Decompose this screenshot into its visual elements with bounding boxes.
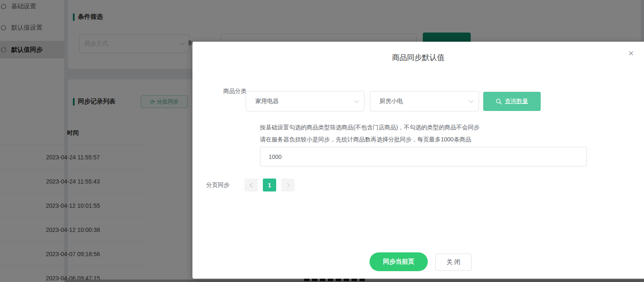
pagination: 1 [245,179,295,191]
chevron-left-icon [250,183,254,187]
category-primary-value: 家用电器 [255,98,279,105]
category-primary-select[interactable]: 家用电器 [246,91,364,111]
category-secondary-select[interactable]: 厨房小电 [370,91,479,111]
chevron-right-icon [285,183,290,187]
category-label: 商品分类 [223,88,247,95]
paging-sync-label: 分页同步 [206,181,230,189]
pagination-next-button[interactable] [281,179,295,191]
query-count-button[interactable]: 查询数量 [483,92,541,111]
search-icon [496,98,502,105]
chevron-down-icon [354,98,359,103]
pagination-page-1[interactable]: 1 [263,179,276,191]
category-secondary-value: 厨房小电 [379,98,403,105]
sync-current-page-button[interactable]: 同步当前页 [369,252,428,271]
pagination-current-page: 1 [268,182,271,189]
modal-title: 商品同步默认值 [192,53,644,63]
query-count-label: 查询数量 [505,98,528,105]
page-size-input[interactable] [260,147,587,166]
product-sync-defaults-modal: ✕ 商品同步默认值 商品分类 家用电器 厨房小电 查询数量 按基础设置勾选的商品… [192,42,644,279]
modal-close-button[interactable]: 关 闭 [435,254,472,271]
hint-line-1: 按基础设置勾选的商品类型筛选商品(不包含门店商品)，不勾选的类型的商品不会同步 [260,124,479,131]
app-window: 基础设置 默认值设置 默认值同步 条件筛选 同步方式 时 同步记 [0,0,644,282]
hint-line-2: 请在服务器负担较小是同步，先统计商品数再选择分批同步，每页最多1000条商品 [260,136,471,144]
pagination-prev-button[interactable] [245,179,258,191]
chevron-down-icon [469,98,473,103]
